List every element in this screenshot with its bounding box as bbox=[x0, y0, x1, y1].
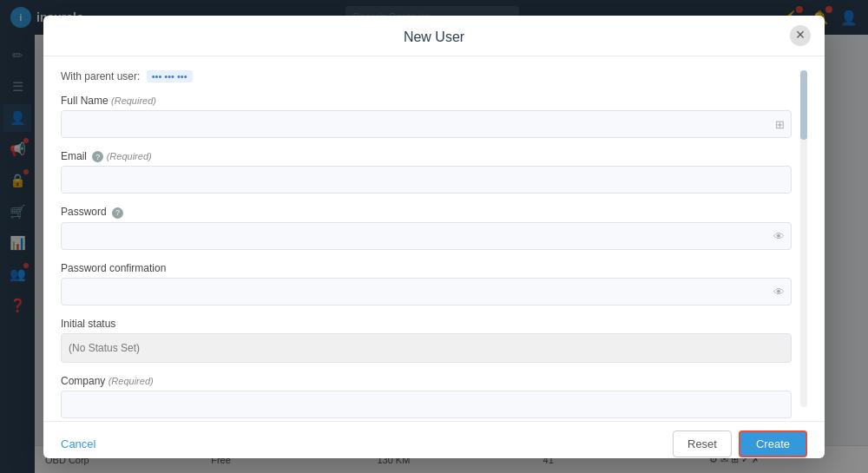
full-name-required: (Required) bbox=[111, 95, 156, 106]
password-confirm-label: Password confirmation bbox=[61, 262, 792, 274]
email-required: (Required) bbox=[107, 151, 152, 161]
status-select[interactable]: (No Status Set) bbox=[61, 333, 792, 363]
status-label: Initial status bbox=[61, 318, 792, 330]
cancel-button[interactable]: Cancel bbox=[61, 432, 95, 456]
email-input-wrapper bbox=[61, 166, 792, 194]
parent-user-label: With parent user: bbox=[61, 70, 140, 82]
password-info-icon: ? bbox=[112, 207, 123, 219]
full-name-icon: ⊞ bbox=[775, 117, 785, 130]
company-input[interactable] bbox=[61, 391, 792, 418]
modal-header: New User × bbox=[43, 16, 825, 56]
modal-form: With parent user: ••• ••• ••• Full Name … bbox=[61, 70, 792, 407]
password-confirm-input-wrapper: 👁 bbox=[61, 278, 792, 305]
full-name-label: Full Name (Required) bbox=[61, 95, 792, 107]
status-group: Initial status (No Status Set) bbox=[61, 318, 792, 363]
password-group: Password ? 👁 bbox=[61, 206, 792, 250]
password-eye-icon[interactable]: 👁 bbox=[773, 229, 785, 242]
close-button[interactable]: × bbox=[790, 25, 811, 46]
status-input-wrapper: (No Status Set) bbox=[61, 333, 792, 363]
modal-scrollbar[interactable] bbox=[800, 70, 807, 407]
scrollbar-thumb bbox=[800, 70, 807, 140]
modal-body: With parent user: ••• ••• ••• Full Name … bbox=[43, 56, 825, 421]
password-label: Password ? bbox=[61, 206, 792, 219]
reset-button[interactable]: Reset bbox=[673, 430, 732, 457]
email-label: Email ? (Required) bbox=[61, 150, 792, 163]
new-user-modal: New User × With parent user: ••• ••• •••… bbox=[43, 16, 825, 458]
company-label: Company (Required) bbox=[61, 375, 792, 387]
email-info-icon: ? bbox=[92, 151, 103, 162]
full-name-input-wrapper: ⊞ bbox=[61, 110, 792, 138]
parent-user-row: With parent user: ••• ••• ••• bbox=[61, 70, 792, 82]
password-input[interactable] bbox=[61, 222, 792, 250]
password-confirm-group: Password confirmation 👁 bbox=[61, 262, 792, 305]
parent-user-value: ••• ••• ••• bbox=[147, 70, 193, 82]
footer-right-actions: Reset Create bbox=[673, 430, 807, 457]
password-input-wrapper: 👁 bbox=[61, 222, 792, 250]
email-group: Email ? (Required) bbox=[61, 150, 792, 194]
email-input[interactable] bbox=[61, 166, 792, 194]
modal-overlay: New User × With parent user: ••• ••• •••… bbox=[0, 0, 868, 473]
password-confirm-eye-icon[interactable]: 👁 bbox=[773, 285, 785, 298]
full-name-group: Full Name (Required) ⊞ bbox=[61, 95, 792, 138]
password-confirm-input[interactable] bbox=[61, 278, 792, 305]
company-input-wrapper bbox=[61, 391, 792, 418]
company-group: Company (Required) bbox=[61, 375, 792, 418]
modal-title: New User bbox=[404, 30, 464, 45]
create-button[interactable]: Create bbox=[739, 430, 807, 457]
company-required: (Required) bbox=[108, 376, 154, 386]
modal-footer: Cancel Reset Create bbox=[43, 421, 825, 458]
full-name-input[interactable] bbox=[61, 110, 792, 138]
